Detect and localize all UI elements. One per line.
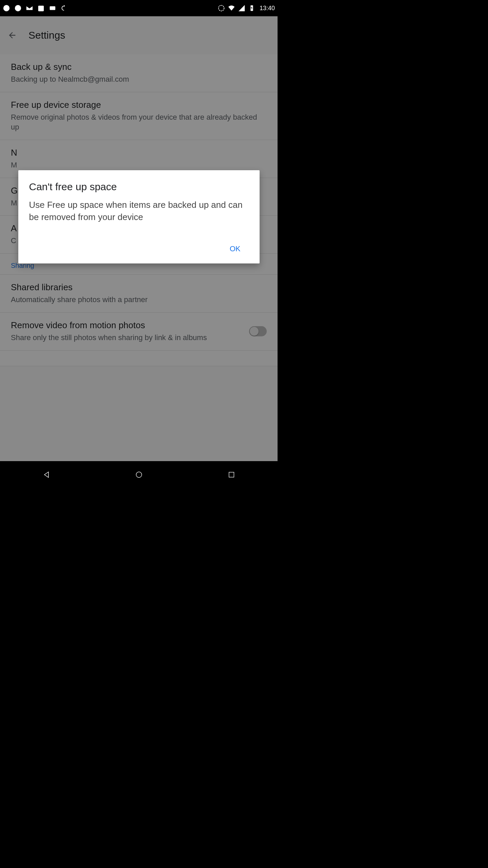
notification-icon (49, 4, 56, 12)
ok-button[interactable]: OK (222, 240, 249, 258)
svg-rect-7 (229, 472, 234, 477)
notification-icon (14, 4, 22, 12)
app-body: Settings Back up & sync Backing up to Ne… (0, 16, 278, 461)
svg-point-0 (3, 5, 9, 11)
nav-recent-button[interactable] (227, 470, 236, 479)
svg-rect-3 (50, 6, 56, 10)
signal-icon (238, 4, 245, 12)
wifi-icon (228, 4, 235, 12)
status-right: 13:40 (218, 4, 275, 12)
dialog-body: Use Free up space when items are backed … (29, 199, 249, 223)
sync-icon (60, 4, 68, 12)
dialog-title: Can't free up space (29, 181, 249, 193)
svg-point-4 (219, 5, 224, 11)
svg-point-6 (136, 472, 142, 478)
battery-charging-icon (248, 4, 256, 12)
cast-icon (218, 4, 225, 12)
status-left (3, 4, 68, 12)
dialog-cant-free-up-space: Can't free up space Use Free up space wh… (18, 170, 260, 263)
status-clock: 13:40 (260, 5, 275, 12)
navigation-bar (0, 461, 278, 488)
nav-home-button[interactable] (134, 470, 144, 479)
calendar-icon (37, 4, 45, 12)
notification-icon (3, 4, 10, 12)
svg-point-1 (15, 5, 21, 11)
nav-back-button[interactable] (42, 470, 51, 479)
mail-icon (26, 4, 33, 12)
dialog-actions: OK (29, 240, 249, 258)
svg-rect-2 (38, 6, 44, 11)
modal-overlay[interactable]: Can't free up space Use Free up space wh… (0, 16, 278, 461)
status-bar: 13:40 (0, 0, 278, 16)
